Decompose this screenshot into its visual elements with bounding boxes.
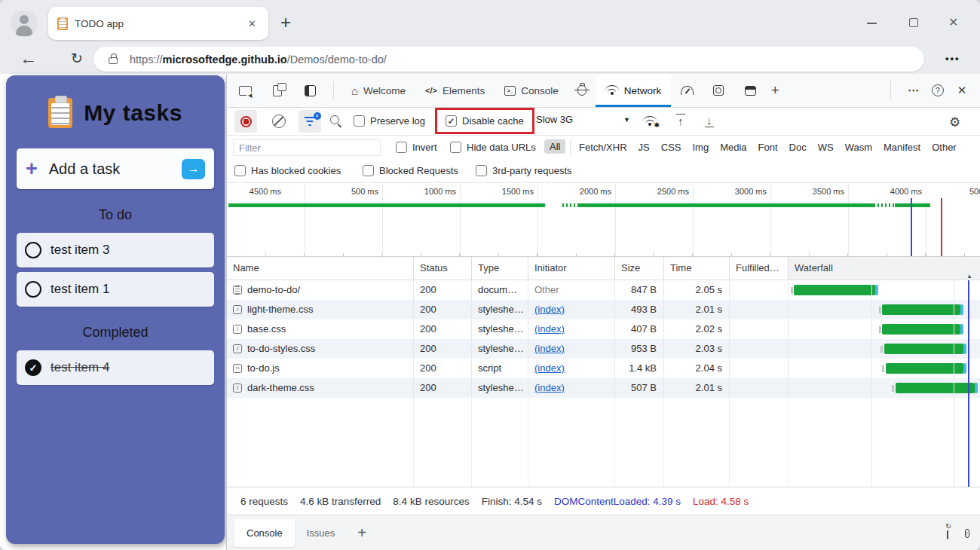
table-row[interactable]: demo-to-do/ 200 docum… Other 847 B 2.05 …: [227, 280, 980, 300]
filter-type-media[interactable]: Media: [720, 142, 746, 153]
devtools-more-menu[interactable]: ⋯: [905, 81, 923, 99]
filter-input[interactable]: [233, 139, 381, 156]
initiator-link[interactable]: (index): [534, 323, 565, 335]
network-conditions-button[interactable]: ✱: [643, 116, 657, 127]
drawer-3d-view-button[interactable]: [947, 527, 948, 539]
initiator-link[interactable]: (index): [534, 382, 565, 393]
devtools-close-button[interactable]: ✕: [953, 81, 971, 99]
filter-type-all[interactable]: All: [544, 139, 565, 154]
search-button[interactable]: [330, 115, 339, 124]
filter-type-other[interactable]: Other: [932, 142, 957, 153]
initiator-link[interactable]: (index): [534, 343, 565, 354]
browser-tab[interactable]: TODO app ✕: [48, 7, 268, 40]
throttling-dropdown[interactable]: Slow 3G ▼: [536, 114, 630, 125]
task-item[interactable]: test item 1: [17, 272, 214, 307]
reload-button[interactable]: ↻: [71, 50, 83, 67]
column-header-size[interactable]: Size: [615, 257, 664, 280]
lock-icon[interactable]: [109, 57, 118, 64]
filter-type-font[interactable]: Font: [758, 142, 778, 153]
window-minimize-button[interactable]: [867, 23, 877, 24]
hide-data-urls-checkbox[interactable]: [450, 142, 461, 153]
invert-option[interactable]: Invert: [396, 142, 437, 153]
summary-transferred: 4.6 kB transferred: [300, 496, 381, 507]
device-emulation-button[interactable]: [268, 81, 286, 99]
address-bar[interactable]: https://microsoftedge.github.io/Demos/de…: [93, 47, 924, 72]
drawer-add-tab-button[interactable]: +: [357, 524, 366, 542]
column-header-name[interactable]: Name: [227, 257, 414, 280]
filter-type-fetch-xhr[interactable]: Fetch/XHR: [579, 142, 627, 153]
column-header-initiator[interactable]: Initiator: [528, 257, 615, 280]
task-item-completed[interactable]: ✓ test item 4: [17, 350, 214, 385]
column-header-waterfall[interactable]: Waterfall▲: [789, 257, 980, 280]
table-row[interactable]: /dark-theme.css 200 styleshe… (index) 50…: [227, 378, 980, 398]
import-har-button[interactable]: ↑: [676, 114, 685, 127]
invert-checkbox[interactable]: [396, 142, 407, 153]
add-task-input[interactable]: Add a task: [49, 160, 182, 178]
task-checkbox-checked[interactable]: ✓: [25, 359, 41, 376]
drawer-expand-button[interactable]: [965, 527, 970, 539]
initiator-link[interactable]: (index): [534, 362, 565, 374]
record-network-log-button[interactable]: [234, 110, 257, 133]
dock-side-button[interactable]: [301, 81, 319, 99]
performance-button[interactable]: [678, 81, 696, 99]
table-row[interactable]: /light-theme.css 200 styleshe… (index) 4…: [227, 300, 980, 319]
task-label: test item 1: [51, 282, 109, 297]
inspect-element-button[interactable]: [236, 81, 254, 99]
blocked-requests-checkbox[interactable]: [363, 165, 374, 176]
tab-welcome[interactable]: ⌂Welcome: [341, 74, 415, 107]
drawer-tab-issues[interactable]: Issues: [295, 519, 348, 547]
column-header-status[interactable]: Status: [414, 257, 472, 280]
tab-elements[interactable]: </>Elements: [415, 74, 495, 107]
filter-toggle-button[interactable]: [299, 110, 321, 133]
table-row[interactable]: /base.css 200 styleshe… (index) 407 B 2.…: [227, 319, 980, 339]
task-item[interactable]: test item 3: [17, 233, 214, 267]
browser-more-menu[interactable]: •••: [945, 53, 960, 64]
new-tab-button[interactable]: +: [280, 14, 291, 32]
add-task-submit-button[interactable]: →: [182, 159, 205, 179]
blocked-requests-option[interactable]: Blocked Requests: [363, 165, 458, 176]
column-header-time[interactable]: Time: [664, 257, 730, 280]
url-text: https://microsoftedge.github.io/Demos/de…: [130, 53, 387, 66]
task-checkbox[interactable]: [25, 242, 41, 258]
hide-data-urls-option[interactable]: Hide data URLs: [450, 142, 536, 153]
filter-type-js[interactable]: JS: [639, 142, 650, 153]
drawer-tab-console[interactable]: Console: [234, 519, 295, 547]
profile-avatar[interactable]: [11, 10, 38, 37]
filter-type-ws[interactable]: WS: [818, 142, 834, 153]
network-overview-timeline[interactable]: 500 ms 1000 ms 1500 ms 2000 ms 2500 ms 3…: [227, 183, 980, 257]
has-blocked-cookies-checkbox[interactable]: [234, 165, 246, 176]
filter-type-img[interactable]: Img: [692, 142, 709, 153]
column-header-type[interactable]: Type: [472, 257, 528, 280]
disable-cache-option[interactable]: Disable cache: [446, 115, 524, 127]
window-close-button[interactable]: ✕: [948, 15, 958, 29]
tab-close-icon[interactable]: ✕: [245, 17, 259, 31]
back-button[interactable]: ←: [20, 48, 37, 69]
tab-console[interactable]: >_Console: [495, 74, 568, 107]
disable-cache-checkbox[interactable]: [446, 115, 457, 127]
third-party-requests-option[interactable]: 3rd-party requests: [476, 165, 572, 176]
has-blocked-cookies-option[interactable]: Has blocked cookies: [234, 165, 341, 176]
initiator-link[interactable]: (index): [534, 304, 565, 315]
column-header-fulfilled[interactable]: Fulfilled…: [730, 257, 789, 280]
issues-button[interactable]: [573, 81, 591, 99]
export-har-button[interactable]: ↓: [705, 114, 714, 127]
more-tools-button[interactable]: [741, 81, 759, 99]
filter-type-wasm[interactable]: Wasm: [845, 142, 872, 153]
third-party-requests-checkbox[interactable]: [476, 165, 487, 176]
task-checkbox[interactable]: [25, 281, 41, 298]
window-maximize-button[interactable]: [909, 18, 918, 27]
add-task-card[interactable]: + Add a task →: [17, 148, 214, 189]
table-row[interactable]: /to-do-styles.css 200 styleshe… (index) …: [227, 339, 980, 359]
network-settings-button[interactable]: ⚙: [949, 115, 960, 130]
add-panel-button[interactable]: +: [766, 81, 784, 99]
application-button[interactable]: [709, 81, 727, 99]
devtools-help-button[interactable]: ?: [929, 81, 947, 99]
preserve-log-option[interactable]: Preserve log: [354, 115, 425, 127]
tab-network[interactable]: Network: [596, 74, 672, 107]
clear-network-log-button[interactable]: [272, 115, 286, 128]
filter-type-manifest[interactable]: Manifest: [884, 142, 920, 153]
preserve-log-checkbox[interactable]: [354, 115, 365, 127]
filter-type-css[interactable]: CSS: [661, 142, 681, 153]
table-row[interactable]: ‹›to-do.js 200 script (index) 1.4 kB 2.0…: [227, 359, 980, 378]
filter-type-doc[interactable]: Doc: [789, 142, 807, 153]
